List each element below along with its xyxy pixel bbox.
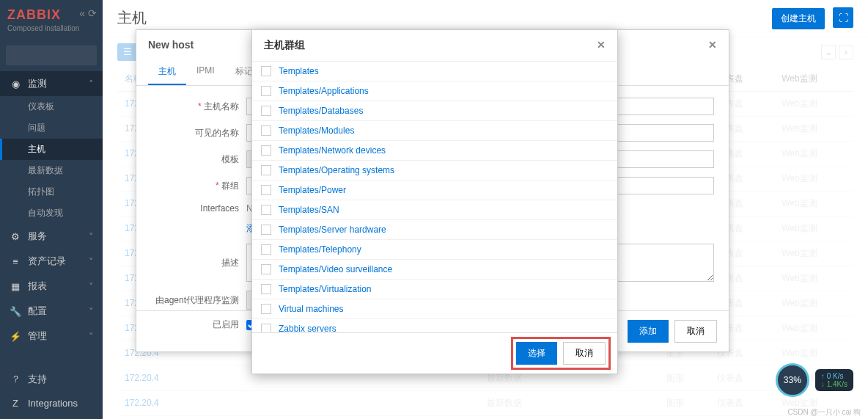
checkbox-icon[interactable] (261, 66, 271, 76)
group-cancel-button[interactable]: 取消 (563, 342, 606, 365)
nav-icon: ◉ (9, 79, 22, 90)
sidebar: ZABBIX Composed installation « ⟳ ◉监测˄仪表板… (0, 0, 103, 419)
nav-item-管理[interactable]: ⚡管理˅ (0, 324, 103, 349)
nav-item-配置[interactable]: 🔧配置˅ (0, 299, 103, 324)
group-close-icon[interactable]: ✕ (597, 39, 606, 52)
group-link[interactable]: Templates/Power (279, 185, 346, 195)
nav-icon: Z (9, 398, 22, 409)
group-label: 群组 (221, 181, 239, 191)
group-item-Virtual machines[interactable]: Virtual machines (252, 299, 617, 319)
nav-bottom-帮助[interactable]: ?帮助 (0, 415, 103, 419)
nav-sub-问题[interactable]: 问题 (0, 117, 103, 139)
nav-label: 支持 (28, 373, 47, 386)
download-speed: 1.4K/s (827, 380, 847, 388)
nav-icon: ⚡ (9, 331, 22, 342)
nav-label: 监测 (28, 77, 47, 90)
upload-speed: 0 K/s (827, 372, 844, 380)
logo-subtitle: Composed installation (7, 24, 95, 32)
nav-label: 报表 (28, 280, 47, 293)
group-link[interactable]: Templates/Telephony (279, 244, 361, 255)
group-item-Templates/Applications[interactable]: Templates/Applications (252, 81, 617, 101)
checkbox-icon[interactable] (261, 225, 271, 235)
group-item-Templates/Databases[interactable]: Templates/Databases (252, 101, 617, 121)
checkbox-icon[interactable] (261, 304, 271, 314)
template-label: 模板 (151, 153, 246, 166)
group-link[interactable]: Templates/Virtualization (279, 284, 372, 294)
agent-proxy-label: 由agent代理程序监测 (151, 294, 246, 307)
checkbox-icon[interactable] (261, 244, 271, 255)
group-link[interactable]: Virtual machines (279, 304, 344, 314)
nav-label: 配置 (28, 305, 47, 318)
collapse-icon[interactable]: « ⟳ (79, 7, 97, 19)
nav-label: 资产记录 (28, 255, 66, 268)
checkbox-icon[interactable] (261, 324, 271, 332)
nav-icon: ≡ (9, 256, 22, 267)
nav-label: 管理 (28, 329, 47, 343)
nav-sub-自动发现[interactable]: 自动发现 (0, 203, 103, 224)
nav-icon: ⚙ (9, 231, 22, 242)
group-item-Templates/Server hardware[interactable]: Templates/Server hardware (252, 220, 617, 240)
group-item-Templates/Telephony[interactable]: Templates/Telephony (252, 240, 617, 260)
visible-name-label: 可见的名称 (151, 127, 246, 139)
hostname-label: 主机名称 (204, 101, 239, 112)
group-link[interactable]: Zabbix servers (279, 324, 336, 332)
nav-item-资产记录[interactable]: ≡资产记录˅ (0, 249, 103, 274)
tab-IPMI[interactable]: IPMI (186, 59, 225, 85)
interfaces-label: Interfaces (151, 203, 246, 214)
nav-sub-主机[interactable]: 主机 (0, 139, 103, 160)
fullscreen-button[interactable]: ⛶ (833, 7, 853, 28)
checkbox-icon[interactable] (261, 205, 271, 215)
group-item-Templates/Modules[interactable]: Templates/Modules (252, 121, 617, 141)
group-item-Templates/Operating systems[interactable]: Templates/Operating systems (252, 161, 617, 181)
group-link[interactable]: Templates/Applications (279, 86, 369, 96)
nav-item-报表[interactable]: ▦报表˅ (0, 274, 103, 299)
nav-sub-拓扑图[interactable]: 拓扑图 (0, 181, 103, 203)
checkbox-icon[interactable] (261, 165, 271, 175)
nav-sub-仪表板[interactable]: 仪表板 (0, 96, 103, 117)
checkbox-icon[interactable] (261, 145, 271, 156)
new-host-add-button[interactable]: 添加 (628, 320, 669, 343)
search-input[interactable] (6, 45, 97, 65)
nav-label: Integrations (28, 398, 78, 409)
nav-label: 服务 (28, 230, 47, 243)
checkbox-icon[interactable] (261, 106, 271, 116)
nav-bottom-支持[interactable]: ？支持 (0, 367, 103, 392)
group-item-Templates/Video surveillance[interactable]: Templates/Video surveillance (252, 260, 617, 280)
nav-item-监测[interactable]: ◉监测˄ (0, 71, 103, 96)
group-item-Templates/Network devices[interactable]: Templates/Network devices (252, 141, 617, 161)
group-link[interactable]: Templates/Operating systems (279, 165, 394, 175)
create-host-button[interactable]: 创建主机 (772, 8, 825, 29)
checkbox-icon[interactable] (261, 264, 271, 274)
group-link[interactable]: Templates/SAN (279, 205, 339, 215)
group-item-Templates/Virtualization[interactable]: Templates/Virtualization (252, 280, 617, 299)
group-link[interactable]: Templates/Databases (279, 106, 363, 116)
group-link[interactable]: Templates (279, 66, 319, 76)
new-host-title: New host (148, 39, 194, 51)
close-icon[interactable]: ✕ (708, 39, 717, 51)
nav-icon: ？ (9, 373, 22, 386)
checkbox-icon[interactable] (261, 284, 271, 294)
description-label: 描述 (151, 257, 246, 269)
nav-icon: 🔧 (9, 306, 22, 317)
group-item-Templates/SAN[interactable]: Templates/SAN (252, 200, 617, 220)
group-link[interactable]: Templates/Modules (279, 125, 354, 136)
group-item-Templates[interactable]: Templates (252, 62, 617, 81)
nav-item-服务[interactable]: ⚙服务˅ (0, 224, 103, 249)
checkbox-icon[interactable] (261, 125, 271, 136)
progress-circle[interactable]: 33% (776, 363, 809, 397)
group-select-button[interactable]: 选择 (516, 342, 557, 365)
group-item-Templates/Power[interactable]: Templates/Power (252, 181, 617, 200)
tab-主机[interactable]: 主机 (148, 59, 186, 85)
group-item-Zabbix servers[interactable]: Zabbix servers (252, 319, 617, 332)
nav-icon: ▦ (9, 281, 22, 292)
group-link[interactable]: Templates/Video surveillance (279, 264, 392, 274)
nav-sub-最新数据[interactable]: 最新数据 (0, 160, 103, 181)
group-link[interactable]: Templates/Network devices (279, 145, 386, 156)
nav-bottom-Integrations[interactable]: ZIntegrations (0, 392, 103, 415)
checkbox-icon[interactable] (261, 86, 271, 96)
watermark: CSDN @一只小 cai 狗 (787, 407, 861, 418)
new-host-cancel-button[interactable]: 取消 (674, 320, 717, 343)
checkbox-icon[interactable] (261, 185, 271, 195)
network-widget: 33% ↑ 0 K/s ↓ 1.4K/s (776, 363, 853, 397)
group-link[interactable]: Templates/Server hardware (279, 225, 386, 235)
